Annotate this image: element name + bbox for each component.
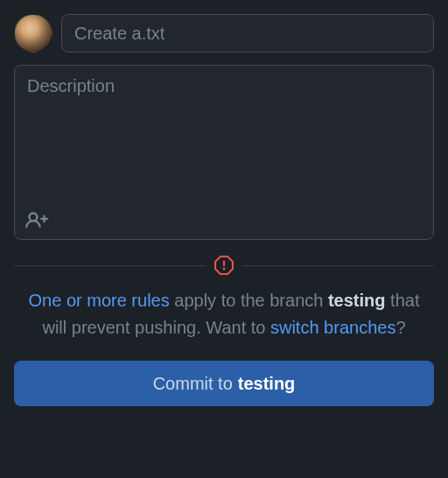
person-add-icon	[25, 209, 48, 232]
commit-summary-input[interactable]	[61, 14, 434, 53]
rules-link[interactable]: One or more rules	[29, 291, 170, 310]
add-coauthor-button[interactable]	[24, 208, 49, 233]
commit-description-input[interactable]	[14, 65, 434, 240]
description-wrapper	[14, 65, 434, 240]
stop-alert-icon	[214, 256, 234, 275]
warning-text-3: ?	[396, 318, 405, 337]
user-avatar[interactable]	[14, 14, 52, 53]
warning-divider	[14, 256, 434, 275]
commit-header-row	[14, 14, 434, 53]
commit-button[interactable]: Commit to testing	[14, 361, 434, 406]
branch-rule-warning: One or more rules apply to the branch te…	[14, 287, 434, 341]
warning-text-1: apply to the branch	[170, 291, 328, 310]
switch-branches-link[interactable]: switch branches	[270, 318, 396, 337]
alert-icon-wrap	[206, 256, 242, 275]
commit-button-prefix: Commit to	[153, 374, 233, 394]
commit-button-branch: testing	[238, 374, 296, 394]
warning-branch-name: testing	[328, 291, 386, 310]
